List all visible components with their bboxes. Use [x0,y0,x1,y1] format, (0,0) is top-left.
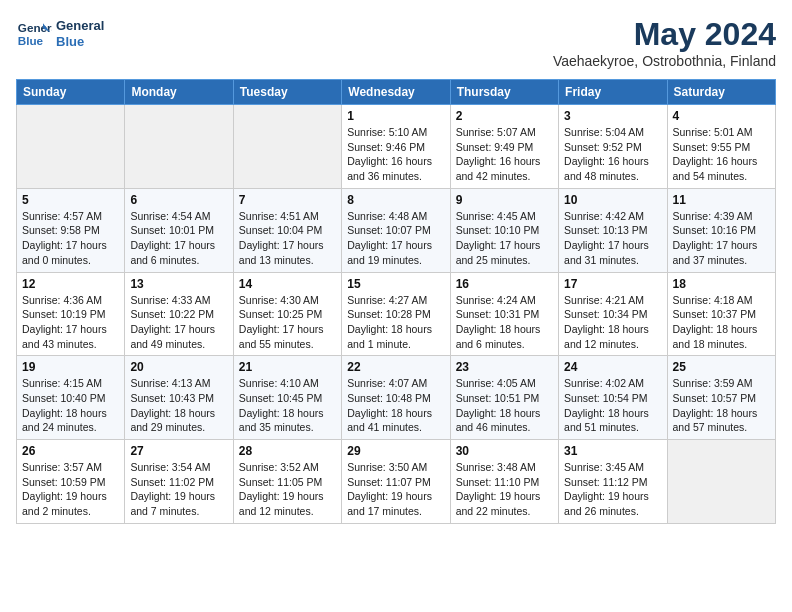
day-info: Sunrise: 4:07 AM Sunset: 10:48 PM Daylig… [347,376,444,435]
calendar-body: 1Sunrise: 5:10 AM Sunset: 9:46 PM Daylig… [17,105,776,524]
day-number: 4 [673,109,770,123]
day-number: 10 [564,193,661,207]
day-number: 29 [347,444,444,458]
day-number: 27 [130,444,227,458]
calendar-cell: 2Sunrise: 5:07 AM Sunset: 9:49 PM Daylig… [450,105,558,189]
day-number: 5 [22,193,119,207]
calendar-cell: 26Sunrise: 3:57 AM Sunset: 10:59 PM Dayl… [17,440,125,524]
calendar-cell: 8Sunrise: 4:48 AM Sunset: 10:07 PM Dayli… [342,188,450,272]
calendar-cell: 24Sunrise: 4:02 AM Sunset: 10:54 PM Dayl… [559,356,667,440]
day-number: 31 [564,444,661,458]
day-info: Sunrise: 4:24 AM Sunset: 10:31 PM Daylig… [456,293,553,352]
column-header-thursday: Thursday [450,80,558,105]
day-info: Sunrise: 4:18 AM Sunset: 10:37 PM Daylig… [673,293,770,352]
day-number: 28 [239,444,336,458]
day-number: 24 [564,360,661,374]
day-number: 14 [239,277,336,291]
calendar-cell: 3Sunrise: 5:04 AM Sunset: 9:52 PM Daylig… [559,105,667,189]
calendar-table: SundayMondayTuesdayWednesdayThursdayFrid… [16,79,776,524]
calendar-cell: 10Sunrise: 4:42 AM Sunset: 10:13 PM Dayl… [559,188,667,272]
calendar-cell: 17Sunrise: 4:21 AM Sunset: 10:34 PM Dayl… [559,272,667,356]
calendar-cell: 22Sunrise: 4:07 AM Sunset: 10:48 PM Dayl… [342,356,450,440]
day-number: 1 [347,109,444,123]
calendar-cell [17,105,125,189]
day-number: 11 [673,193,770,207]
main-title: May 2024 [553,16,776,53]
column-header-friday: Friday [559,80,667,105]
day-info: Sunrise: 3:48 AM Sunset: 11:10 PM Daylig… [456,460,553,519]
day-info: Sunrise: 4:42 AM Sunset: 10:13 PM Daylig… [564,209,661,268]
day-info: Sunrise: 4:33 AM Sunset: 10:22 PM Daylig… [130,293,227,352]
day-info: Sunrise: 4:21 AM Sunset: 10:34 PM Daylig… [564,293,661,352]
calendar-cell: 18Sunrise: 4:18 AM Sunset: 10:37 PM Dayl… [667,272,775,356]
column-header-saturday: Saturday [667,80,775,105]
calendar-cell: 14Sunrise: 4:30 AM Sunset: 10:25 PM Dayl… [233,272,341,356]
calendar-cell: 21Sunrise: 4:10 AM Sunset: 10:45 PM Dayl… [233,356,341,440]
calendar-cell: 13Sunrise: 4:33 AM Sunset: 10:22 PM Dayl… [125,272,233,356]
calendar-cell: 19Sunrise: 4:15 AM Sunset: 10:40 PM Dayl… [17,356,125,440]
column-header-tuesday: Tuesday [233,80,341,105]
page-header: General Blue General Blue May 2024 Vaeha… [16,16,776,69]
week-row-2: 5Sunrise: 4:57 AM Sunset: 9:58 PM Daylig… [17,188,776,272]
calendar-cell: 1Sunrise: 5:10 AM Sunset: 9:46 PM Daylig… [342,105,450,189]
calendar-cell [667,440,775,524]
day-info: Sunrise: 4:27 AM Sunset: 10:28 PM Daylig… [347,293,444,352]
week-row-5: 26Sunrise: 3:57 AM Sunset: 10:59 PM Dayl… [17,440,776,524]
calendar-cell: 27Sunrise: 3:54 AM Sunset: 11:02 PM Dayl… [125,440,233,524]
calendar-cell: 20Sunrise: 4:13 AM Sunset: 10:43 PM Dayl… [125,356,233,440]
day-number: 22 [347,360,444,374]
day-number: 3 [564,109,661,123]
day-info: Sunrise: 4:02 AM Sunset: 10:54 PM Daylig… [564,376,661,435]
column-header-sunday: Sunday [17,80,125,105]
day-info: Sunrise: 5:10 AM Sunset: 9:46 PM Dayligh… [347,125,444,184]
calendar-cell: 31Sunrise: 3:45 AM Sunset: 11:12 PM Dayl… [559,440,667,524]
day-info: Sunrise: 4:05 AM Sunset: 10:51 PM Daylig… [456,376,553,435]
day-number: 15 [347,277,444,291]
week-row-4: 19Sunrise: 4:15 AM Sunset: 10:40 PM Dayl… [17,356,776,440]
day-number: 6 [130,193,227,207]
day-number: 17 [564,277,661,291]
calendar-header-row: SundayMondayTuesdayWednesdayThursdayFrid… [17,80,776,105]
calendar-cell: 23Sunrise: 4:05 AM Sunset: 10:51 PM Dayl… [450,356,558,440]
day-number: 26 [22,444,119,458]
svg-text:General: General [18,21,52,34]
calendar-cell: 16Sunrise: 4:24 AM Sunset: 10:31 PM Dayl… [450,272,558,356]
day-info: Sunrise: 3:45 AM Sunset: 11:12 PM Daylig… [564,460,661,519]
day-info: Sunrise: 3:59 AM Sunset: 10:57 PM Daylig… [673,376,770,435]
calendar-cell: 12Sunrise: 4:36 AM Sunset: 10:19 PM Dayl… [17,272,125,356]
day-info: Sunrise: 5:01 AM Sunset: 9:55 PM Dayligh… [673,125,770,184]
day-number: 7 [239,193,336,207]
calendar-cell: 6Sunrise: 4:54 AM Sunset: 10:01 PM Dayli… [125,188,233,272]
day-number: 21 [239,360,336,374]
day-info: Sunrise: 4:51 AM Sunset: 10:04 PM Daylig… [239,209,336,268]
day-info: Sunrise: 4:54 AM Sunset: 10:01 PM Daylig… [130,209,227,268]
day-info: Sunrise: 4:30 AM Sunset: 10:25 PM Daylig… [239,293,336,352]
day-number: 16 [456,277,553,291]
calendar-cell: 28Sunrise: 3:52 AM Sunset: 11:05 PM Dayl… [233,440,341,524]
day-number: 18 [673,277,770,291]
column-header-wednesday: Wednesday [342,80,450,105]
day-info: Sunrise: 3:50 AM Sunset: 11:07 PM Daylig… [347,460,444,519]
title-block: May 2024 Vaehaekyroe, Ostrobothnia, Finl… [553,16,776,69]
week-row-1: 1Sunrise: 5:10 AM Sunset: 9:46 PM Daylig… [17,105,776,189]
subtitle: Vaehaekyroe, Ostrobothnia, Finland [553,53,776,69]
calendar-cell: 7Sunrise: 4:51 AM Sunset: 10:04 PM Dayli… [233,188,341,272]
column-header-monday: Monday [125,80,233,105]
day-number: 9 [456,193,553,207]
day-info: Sunrise: 3:54 AM Sunset: 11:02 PM Daylig… [130,460,227,519]
week-row-3: 12Sunrise: 4:36 AM Sunset: 10:19 PM Dayl… [17,272,776,356]
day-info: Sunrise: 4:48 AM Sunset: 10:07 PM Daylig… [347,209,444,268]
day-number: 8 [347,193,444,207]
day-number: 12 [22,277,119,291]
logo: General Blue General Blue [16,16,104,52]
calendar-cell: 30Sunrise: 3:48 AM Sunset: 11:10 PM Dayl… [450,440,558,524]
day-info: Sunrise: 4:57 AM Sunset: 9:58 PM Dayligh… [22,209,119,268]
day-info: Sunrise: 4:39 AM Sunset: 10:16 PM Daylig… [673,209,770,268]
day-info: Sunrise: 4:15 AM Sunset: 10:40 PM Daylig… [22,376,119,435]
logo-line1: General [56,18,104,34]
day-info: Sunrise: 4:13 AM Sunset: 10:43 PM Daylig… [130,376,227,435]
calendar-cell: 9Sunrise: 4:45 AM Sunset: 10:10 PM Dayli… [450,188,558,272]
day-info: Sunrise: 4:10 AM Sunset: 10:45 PM Daylig… [239,376,336,435]
calendar-cell [233,105,341,189]
day-number: 19 [22,360,119,374]
